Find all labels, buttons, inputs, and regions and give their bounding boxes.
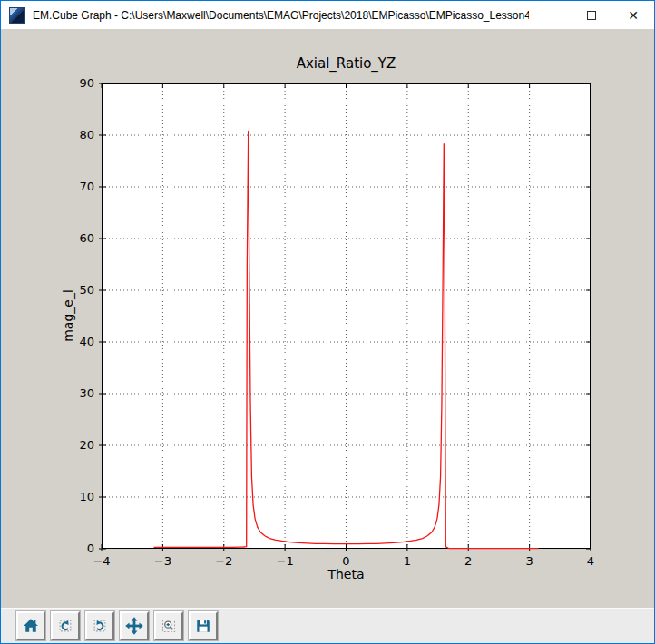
home-button[interactable] xyxy=(16,611,45,640)
y-tick-label: 60 xyxy=(64,231,94,246)
window-title: EM.Cube Graph - C:\Users\Maxwell\Documen… xyxy=(33,9,529,22)
close-button[interactable]: ✕ xyxy=(612,1,654,29)
y-tick-label: 70 xyxy=(64,180,94,194)
maximize-icon xyxy=(587,11,596,20)
x-tick-label: 4 xyxy=(587,554,594,569)
x-tick-label: −3 xyxy=(154,554,171,569)
plot-svg xyxy=(102,83,591,549)
x-tick-label: 1 xyxy=(404,554,411,569)
app-window: EM.Cube Graph - C:\Users\Maxwell\Documen… xyxy=(0,0,655,644)
y-tick-label: 50 xyxy=(64,283,94,298)
x-tick-label: −4 xyxy=(93,554,110,569)
title-bar[interactable]: EM.Cube Graph - C:\Users\Maxwell\Documen… xyxy=(1,1,654,29)
save-button[interactable] xyxy=(189,611,218,640)
x-tick-label: −1 xyxy=(277,554,294,569)
navigation-toolbar xyxy=(1,608,654,643)
y-tick-label: 80 xyxy=(64,128,94,142)
minimize-icon xyxy=(545,15,555,15)
maximize-button[interactable] xyxy=(571,1,612,29)
pan-button[interactable] xyxy=(120,611,149,640)
x-tick-label: 3 xyxy=(525,554,533,569)
forward-button[interactable] xyxy=(85,611,114,640)
x-tick-label: −2 xyxy=(215,554,232,569)
zoom-rect-icon xyxy=(161,618,177,634)
close-icon: ✕ xyxy=(628,9,639,22)
app-icon xyxy=(9,7,25,24)
back-button[interactable] xyxy=(51,611,80,640)
y-tick-label: 10 xyxy=(64,490,94,504)
x-tick-label: 0 xyxy=(342,554,349,569)
x-axis-label: Theta xyxy=(102,567,591,581)
x-tick-label: 2 xyxy=(464,554,472,569)
y-tick-label: 40 xyxy=(64,335,94,349)
pan-icon xyxy=(125,617,143,635)
y-tick-label: 30 xyxy=(64,386,94,401)
window-controls: ✕ xyxy=(529,1,654,29)
plot-title: Axial_Ratio_YZ xyxy=(102,55,591,72)
plot-area[interactable] xyxy=(102,83,591,549)
y-tick-label: 90 xyxy=(64,76,94,91)
home-icon xyxy=(23,618,39,634)
figure-canvas[interactable]: Axial_Ratio_YZ mag_e_l Theta −4−3−2−1012… xyxy=(1,29,654,608)
forward-icon xyxy=(92,618,108,634)
back-icon xyxy=(57,618,73,634)
minimize-button[interactable] xyxy=(529,1,571,29)
save-icon xyxy=(195,618,211,634)
y-tick-label: 20 xyxy=(64,438,94,453)
y-tick-label: 0 xyxy=(64,542,94,556)
zoom-button[interactable] xyxy=(154,611,183,640)
